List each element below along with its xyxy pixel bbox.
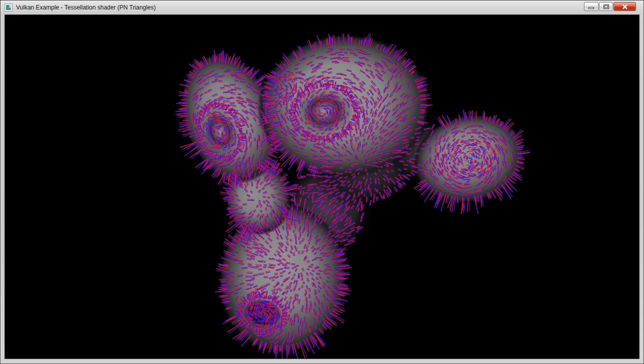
close-icon [622,4,628,10]
window-frame: Vulkan Example - Tessellation shader (PN… [0,0,644,364]
window-title: Vulkan Example - Tessellation shader (PN… [16,4,156,11]
maximize-icon [604,4,609,9]
vulkan-viewport[interactable] [5,15,640,359]
minimize-icon [588,7,594,9]
viewport-client-area [4,14,640,359]
application-icon[interactable] [4,4,12,12]
maximize-button[interactable] [599,2,613,11]
title-bar[interactable]: Vulkan Example - Tessellation shader (PN… [0,0,644,14]
icon-picture-dark [9,8,11,10]
window-controls [584,2,636,11]
close-button[interactable] [614,2,636,11]
minimize-button[interactable] [584,2,598,11]
